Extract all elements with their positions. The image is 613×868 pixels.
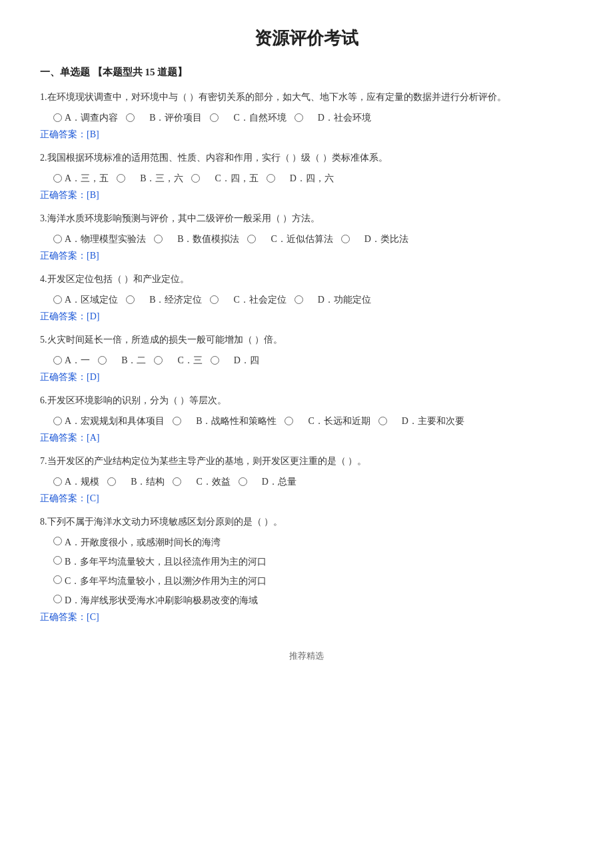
radio-5-1[interactable]	[98, 356, 107, 365]
radio-3-2[interactable]	[247, 235, 256, 243]
radio-1-0[interactable]	[53, 113, 62, 122]
radio-5-3[interactable]	[211, 356, 219, 365]
option-label-6-2: C．长远和近期	[308, 413, 370, 429]
radio-7-0[interactable]	[53, 477, 62, 486]
radio-5-0[interactable]	[53, 356, 62, 365]
answer-line-8: 正确答案：[C]	[40, 611, 573, 623]
radio-8-3[interactable]	[53, 595, 62, 603]
option-item-4-1: B．经济定位	[149, 291, 221, 308]
question-block-3: 3.海洋水质环境影响预测与评价，其中二级评价一般采用（ ）方法。A．物理模型实验…	[40, 211, 573, 262]
radio-8-0[interactable]	[53, 537, 62, 545]
option-label-2-2: C．四，五	[215, 170, 258, 187]
radio-8-1[interactable]	[53, 556, 62, 565]
section-heading: 一、单选题 【本题型共 15 道题】	[40, 66, 573, 79]
option-label-8-1: B．多年平均流量较大，且以径流作用为主的河口	[65, 553, 267, 570]
radio-3-3[interactable]	[341, 235, 350, 243]
radio-2-1[interactable]	[117, 174, 125, 183]
options-row-4: A．区域定位B．经济定位C．社会定位D．功能定位	[53, 291, 573, 308]
option-item-1-3: D．社会环境	[318, 109, 371, 126]
question-text-7: 7.当开发区的产业结构定位为某些主导产业的基地，则开发区更注重的是（ ）。	[40, 453, 573, 469]
option-item-5-3: D．四	[234, 352, 259, 369]
option-label-5-3: D．四	[234, 352, 259, 369]
radio-6-0[interactable]	[53, 417, 62, 425]
option-line-8-3: D．海岸线形状受海水冲刷影响极易改变的海域	[53, 592, 573, 609]
radio-3-1[interactable]	[154, 235, 163, 243]
option-item-1-2: C．自然环境	[233, 109, 305, 126]
option-label-2-3: D．四，六	[290, 170, 334, 187]
question-block-8: 8.下列不属于海洋水文动力环境敏感区划分原则的是（ ）。A．开敞度很小，或感潮时…	[40, 514, 573, 624]
option-label-3-2: C．近似估算法	[271, 231, 332, 247]
radio-4-1[interactable]	[126, 295, 135, 304]
option-label-5-2: C．三	[177, 352, 202, 369]
option-label-1-1: B．评价项目	[149, 109, 202, 126]
question-block-7: 7.当开发区的产业结构定位为某些主导产业的基地，则开发区更注重的是（ ）。A．规…	[40, 453, 573, 505]
option-label-4-0: A．区域定位	[65, 291, 118, 308]
option-item-7-3: D．总量	[262, 473, 297, 490]
question-block-2: 2.我国根据环境标准的适用范围、性质、内容和作用，实行（ ）级（ ）类标准体系。…	[40, 150, 573, 201]
question-text-2: 2.我国根据环境标准的适用范围、性质、内容和作用，实行（ ）级（ ）类标准体系。	[40, 150, 573, 166]
radio-2-0[interactable]	[53, 174, 62, 183]
radio-4-3[interactable]	[295, 295, 303, 304]
radio-6-3[interactable]	[378, 417, 387, 425]
option-item-2-1: B．三，六	[140, 170, 203, 187]
option-item-2-0: A．三，五	[65, 170, 128, 187]
option-item-4-3: D．功能定位	[318, 291, 371, 308]
question-block-1: 1.在环境现状调查中，对环境中与（ ）有密切关系的部分，如大气、地下水等，应有定…	[40, 89, 573, 141]
option-label-7-2: C．效益	[196, 473, 230, 490]
question-block-5: 5.火灾时间延长一倍，所造成的损失一般可能增加（ ）倍。A．一B．二C．三D．四…	[40, 332, 573, 383]
option-label-5-0: A．一	[65, 352, 90, 369]
question-block-6: 6.开发区环境影响的识别，分为（ ）等层次。A．宏观规划和具体项目B．战略性和策…	[40, 393, 573, 444]
radio-2-2[interactable]	[191, 174, 200, 183]
option-item-6-2: C．长远和近期	[308, 413, 389, 429]
radio-6-1[interactable]	[173, 417, 181, 425]
option-label-1-0: A．调查内容	[65, 109, 118, 126]
option-label-3-1: B．数值模拟法	[177, 231, 239, 247]
options-row-2: A．三，五B．三，六C．四，五D．四，六	[53, 170, 573, 187]
radio-6-2[interactable]	[285, 417, 293, 425]
option-label-2-1: B．三，六	[140, 170, 183, 187]
option-item-3-2: C．近似估算法	[271, 231, 352, 247]
option-item-6-1: B．战略性和策略性	[196, 413, 296, 429]
option-label-2-0: A．三，五	[65, 170, 109, 187]
option-label-5-1: B．二	[121, 352, 146, 369]
radio-8-2[interactable]	[53, 575, 62, 584]
radio-4-2[interactable]	[210, 295, 219, 304]
option-label-8-3: D．海岸线形状受海水冲刷影响极易改变的海域	[65, 592, 258, 609]
radio-2-3[interactable]	[267, 174, 275, 183]
radio-7-3[interactable]	[239, 477, 247, 486]
option-item-4-0: A．区域定位	[65, 291, 137, 308]
question-text-8: 8.下列不属于海洋水文动力环境敏感区划分原则的是（ ）。	[40, 514, 573, 530]
option-line-8-2: C．多年平均流量较小，且以溯汐作用为主的河口	[53, 573, 573, 589]
option-label-1-3: D．社会环境	[318, 109, 371, 126]
option-label-4-3: D．功能定位	[318, 291, 371, 308]
radio-5-2[interactable]	[154, 356, 163, 365]
radio-1-3[interactable]	[295, 113, 303, 122]
answer-line-1: 正确答案：[B]	[40, 129, 573, 141]
question-text-3: 3.海洋水质环境影响预测与评价，其中二级评价一般采用（ ）方法。	[40, 211, 573, 227]
radio-1-1[interactable]	[126, 113, 135, 122]
option-item-2-3: D．四，六	[290, 170, 334, 187]
answer-line-6: 正确答案：[A]	[40, 432, 573, 444]
radio-1-2[interactable]	[210, 113, 219, 122]
radio-7-2[interactable]	[173, 477, 181, 486]
radio-4-0[interactable]	[53, 295, 62, 304]
answer-line-5: 正确答案：[D]	[40, 371, 573, 383]
options-row-5: A．一B．二C．三D．四	[53, 352, 573, 369]
options-row-1: A．调查内容B．评价项目C．自然环境D．社会环境	[53, 109, 573, 126]
answer-line-3: 正确答案：[B]	[40, 250, 573, 262]
option-item-7-1: B．结构	[131, 473, 184, 490]
option-label-4-2: C．社会定位	[233, 291, 286, 308]
question-text-5: 5.火灾时间延长一倍，所造成的损失一般可能增加（ ）倍。	[40, 332, 573, 348]
radio-3-0[interactable]	[53, 235, 62, 243]
option-label-8-2: C．多年平均流量较小，且以溯汐作用为主的河口	[65, 573, 267, 589]
options-row-7: A．规模B．结构C．效益D．总量	[53, 473, 573, 490]
option-item-3-1: B．数值模拟法	[177, 231, 259, 247]
option-label-3-0: A．物理模型实验法	[65, 231, 146, 247]
option-item-1-0: A．调查内容	[65, 109, 137, 126]
option-item-7-0: A．规模	[65, 473, 119, 490]
option-item-5-2: C．三	[177, 352, 221, 369]
option-label-4-1: B．经济定位	[149, 291, 202, 308]
page-title: 资源评价考试	[40, 27, 573, 50]
answer-line-4: 正确答案：[D]	[40, 311, 573, 323]
radio-7-1[interactable]	[107, 477, 116, 486]
